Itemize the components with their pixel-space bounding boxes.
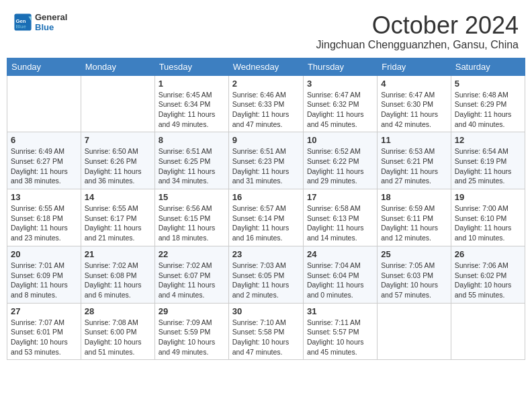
day-number: 9 [232, 135, 300, 145]
sunrise-text: Sunrise: 6:55 AM [85, 204, 138, 212]
calendar-cell: 6Sunrise: 6:49 AMSunset: 6:27 PMDaylight… [7, 132, 81, 189]
month-title: October 2024 [316, 12, 519, 39]
day-number: 30 [232, 306, 300, 316]
sunrise-text: Sunrise: 6:57 AM [232, 204, 286, 212]
sunrise-text: Sunrise: 6:47 AM [381, 91, 435, 99]
daylight-text: Daylight: 11 hours and 2 minutes. [232, 281, 290, 299]
sunrise-text: Sunrise: 7:03 AM [232, 261, 286, 269]
sunrise-text: Sunrise: 7:07 AM [11, 318, 64, 326]
calendar-cell: 17Sunrise: 6:58 AMSunset: 6:13 PMDayligh… [303, 189, 377, 246]
sunrise-text: Sunrise: 7:02 AM [159, 261, 212, 269]
sunset-text: Sunset: 6:25 PM [159, 157, 211, 165]
day-info: Sunrise: 6:54 AMSunset: 6:19 PMDaylight:… [455, 146, 521, 186]
column-header-saturday: Saturday [451, 58, 525, 75]
calendar-week-row: 20Sunrise: 7:01 AMSunset: 6:09 PMDayligh… [7, 246, 525, 303]
day-number: 18 [381, 192, 447, 202]
sunset-text: Sunset: 6:14 PM [232, 214, 285, 222]
day-info: Sunrise: 7:04 AMSunset: 6:04 PMDaylight:… [307, 261, 373, 300]
calendar-week-row: 27Sunrise: 7:07 AMSunset: 6:01 PMDayligh… [7, 303, 525, 360]
day-number: 28 [85, 306, 151, 316]
daylight-text: Daylight: 11 hours and 12 minutes. [381, 224, 438, 242]
sunset-text: Sunset: 6:13 PM [307, 214, 359, 222]
column-header-thursday: Thursday [303, 58, 377, 75]
day-info: Sunrise: 6:51 AMSunset: 6:23 PMDaylight:… [232, 146, 300, 186]
sunset-text: Sunset: 6:18 PM [11, 214, 63, 222]
daylight-text: Daylight: 11 hours and 23 minutes. [11, 224, 68, 242]
day-info: Sunrise: 7:06 AMSunset: 6:02 PMDaylight:… [455, 261, 521, 300]
day-number: 22 [159, 249, 225, 259]
calendar-cell: 16Sunrise: 6:57 AMSunset: 6:14 PMDayligh… [228, 189, 303, 246]
daylight-text: Daylight: 10 hours and 49 minutes. [159, 338, 216, 356]
daylight-text: Daylight: 11 hours and 34 minutes. [159, 167, 216, 185]
daylight-text: Daylight: 11 hours and 0 minutes. [307, 281, 364, 299]
calendar-header-row: SundayMondayTuesdayWednesdayThursdayFrid… [7, 58, 525, 75]
calendar-cell: 7Sunrise: 6:50 AMSunset: 6:26 PMDaylight… [81, 132, 154, 189]
day-number: 2 [232, 79, 300, 89]
day-info: Sunrise: 6:53 AMSunset: 6:21 PMDaylight:… [381, 146, 447, 186]
daylight-text: Daylight: 11 hours and 27 minutes. [381, 167, 438, 185]
logo-text-general: General [35, 12, 67, 22]
logo: Gen Blue General Blue [13, 12, 67, 32]
sunset-text: Sunset: 6:21 PM [381, 157, 433, 165]
page-header: Gen Blue General Blue October 2024 Jingc… [7, 7, 525, 54]
day-info: Sunrise: 7:11 AMSunset: 5:57 PMDaylight:… [307, 318, 373, 357]
day-info: Sunrise: 7:01 AMSunset: 6:09 PMDaylight:… [11, 261, 77, 300]
day-number: 15 [159, 192, 225, 202]
daylight-text: Daylight: 11 hours and 49 minutes. [159, 110, 216, 128]
sunset-text: Sunset: 6:11 PM [381, 214, 433, 222]
svg-text:Blue: Blue [16, 24, 26, 30]
calendar-cell: 15Sunrise: 6:56 AMSunset: 6:15 PMDayligh… [154, 189, 228, 246]
day-number: 27 [11, 306, 77, 316]
sunrise-text: Sunrise: 7:04 AM [307, 261, 361, 269]
daylight-text: Daylight: 11 hours and 47 minutes. [232, 110, 290, 128]
sunrise-text: Sunrise: 7:05 AM [381, 261, 435, 269]
day-info: Sunrise: 7:09 AMSunset: 5:59 PMDaylight:… [159, 318, 225, 357]
day-number: 21 [85, 249, 151, 259]
sunrise-text: Sunrise: 7:02 AM [85, 261, 138, 269]
daylight-text: Daylight: 11 hours and 31 minutes. [232, 167, 290, 185]
day-number: 19 [455, 192, 521, 202]
day-number: 31 [307, 306, 373, 316]
daylight-text: Daylight: 11 hours and 6 minutes. [85, 281, 142, 299]
day-number: 17 [307, 192, 373, 202]
day-number: 23 [232, 249, 300, 259]
sunset-text: Sunset: 6:04 PM [307, 271, 359, 279]
sunset-text: Sunset: 6:10 PM [455, 214, 507, 222]
daylight-text: Daylight: 11 hours and 40 minutes. [455, 110, 512, 128]
daylight-text: Daylight: 10 hours and 55 minutes. [455, 281, 512, 299]
day-info: Sunrise: 6:55 AMSunset: 6:18 PMDaylight:… [11, 203, 77, 243]
sunset-text: Sunset: 6:15 PM [159, 214, 211, 222]
daylight-text: Daylight: 11 hours and 21 minutes. [85, 224, 142, 242]
sunrise-text: Sunrise: 6:48 AM [455, 91, 508, 99]
sunset-text: Sunset: 6:09 PM [11, 271, 63, 279]
sunset-text: Sunset: 6:22 PM [307, 157, 359, 165]
calendar-cell: 1Sunrise: 6:45 AMSunset: 6:34 PMDaylight… [154, 75, 228, 132]
daylight-text: Daylight: 11 hours and 8 minutes. [11, 281, 68, 299]
day-number: 5 [455, 79, 521, 89]
day-number: 20 [11, 249, 77, 259]
sunset-text: Sunset: 6:00 PM [85, 328, 137, 336]
daylight-text: Daylight: 11 hours and 16 minutes. [232, 224, 290, 242]
sunrise-text: Sunrise: 7:01 AM [11, 261, 64, 269]
calendar-cell: 25Sunrise: 7:05 AMSunset: 6:03 PMDayligh… [378, 246, 451, 303]
sunrise-text: Sunrise: 7:08 AM [85, 318, 138, 326]
day-info: Sunrise: 7:05 AMSunset: 6:03 PMDaylight:… [381, 261, 447, 300]
daylight-text: Daylight: 10 hours and 53 minutes. [11, 338, 68, 356]
calendar-cell: 11Sunrise: 6:53 AMSunset: 6:21 PMDayligh… [378, 132, 451, 189]
daylight-text: Daylight: 11 hours and 18 minutes. [159, 224, 216, 242]
sunset-text: Sunset: 6:34 PM [159, 100, 211, 108]
calendar-cell [7, 75, 81, 132]
daylight-text: Daylight: 11 hours and 42 minutes. [381, 110, 438, 128]
sunrise-text: Sunrise: 6:56 AM [159, 204, 212, 212]
sunset-text: Sunset: 6:23 PM [232, 157, 285, 165]
day-number: 14 [85, 192, 151, 202]
day-number: 29 [159, 306, 225, 316]
calendar-cell: 2Sunrise: 6:46 AMSunset: 6:33 PMDaylight… [228, 75, 303, 132]
calendar-cell: 13Sunrise: 6:55 AMSunset: 6:18 PMDayligh… [7, 189, 81, 246]
daylight-text: Daylight: 10 hours and 45 minutes. [307, 338, 364, 356]
day-number: 13 [11, 192, 77, 202]
calendar-cell: 14Sunrise: 6:55 AMSunset: 6:17 PMDayligh… [81, 189, 154, 246]
day-number: 7 [85, 135, 151, 145]
day-info: Sunrise: 6:52 AMSunset: 6:22 PMDaylight:… [307, 146, 373, 186]
calendar-cell: 10Sunrise: 6:52 AMSunset: 6:22 PMDayligh… [303, 132, 377, 189]
